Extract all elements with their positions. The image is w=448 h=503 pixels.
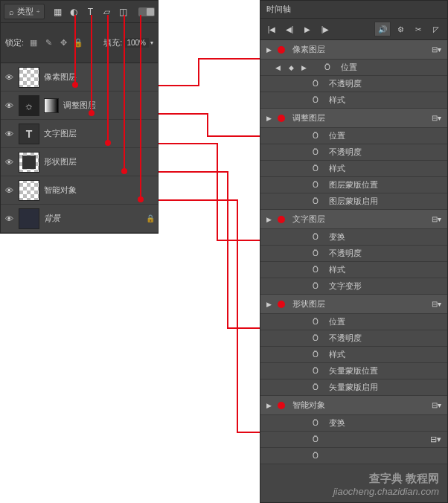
stopwatch-icon[interactable]: Ö <box>324 63 333 71</box>
timeline-prop[interactable]: Ö图层蒙版启用 <box>260 193 447 210</box>
timeline-prop[interactable]: Ö矢量蒙版启用 <box>260 379 447 396</box>
stopwatch-icon[interactable]: Ö <box>313 282 321 290</box>
collapse-icon[interactable]: ▶ <box>266 115 272 122</box>
first-frame-button[interactable]: |◀ <box>263 22 280 36</box>
timeline-prop[interactable]: Ö <box>260 448 447 464</box>
clip-menu-icon[interactable]: ⊟▾ <box>432 401 441 409</box>
visibility-icon[interactable]: 👁 <box>4 186 14 195</box>
timeline-prop[interactable]: Ö样式 <box>260 262 447 278</box>
marker-dot <box>278 46 285 54</box>
stopwatch-icon[interactable]: Ö <box>313 148 321 156</box>
marker-dot <box>278 216 285 223</box>
visibility-icon[interactable]: 👁 <box>4 101 14 110</box>
layer-name: 背景 <box>44 213 60 224</box>
settings-button[interactable]: ⚙ <box>392 22 409 36</box>
timeline-prop[interactable]: Ö变换 <box>260 229 447 246</box>
stopwatch-icon[interactable]: Ö <box>313 452 321 460</box>
stopwatch-icon[interactable]: Ö <box>313 318 321 326</box>
layer-row[interactable]: 👁 ☼ 调整图层 <box>1 92 158 120</box>
timeline-prop[interactable]: ◀ ◆ ▶Ö位置 <box>260 60 447 76</box>
connector-line <box>217 240 260 241</box>
stopwatch-icon[interactable]: Ö <box>313 197 321 205</box>
stopwatch-icon[interactable]: Ö <box>313 367 321 375</box>
collapse-icon[interactable]: ▶ <box>266 46 272 54</box>
stopwatch-icon[interactable]: Ö <box>313 96 321 104</box>
timeline-prop[interactable]: Ö样式 <box>260 161 447 177</box>
timeline-prop[interactable]: Ö位置 <box>260 314 447 330</box>
layer-row[interactable]: 👁 背景 🔒 <box>1 205 158 233</box>
marker-dot <box>278 115 285 122</box>
prev-frame-button[interactable]: ◀| <box>281 22 298 36</box>
prop-label: 矢量蒙版启用 <box>329 382 378 393</box>
stopwatch-icon[interactable]: Ö <box>313 334 321 342</box>
transition-button[interactable]: ◸ <box>428 22 444 36</box>
timeline-prop[interactable]: Ö不透明度 <box>260 76 447 92</box>
lock-transparency-icon[interactable]: ▦ <box>28 38 39 48</box>
timeline-prop[interactable]: Ö样式 <box>260 347 447 363</box>
lock-icon: 🔒 <box>146 214 155 222</box>
visibility-icon[interactable]: 👁 <box>4 73 14 82</box>
clip-menu-icon[interactable]: ⊟▾ <box>432 114 441 122</box>
type-filter-label: 类型 <box>17 6 33 17</box>
timeline-prop[interactable]: Ö不透明度 <box>260 144 447 161</box>
clip-menu-icon[interactable]: ⊟▾ <box>430 435 441 444</box>
stopwatch-icon[interactable]: Ö <box>313 233 321 241</box>
clip-menu-icon[interactable]: ⊟▾ <box>432 215 441 223</box>
stopwatch-icon[interactable]: Ö <box>313 350 321 359</box>
timeline-prop[interactable]: Ö文字变形 <box>260 278 447 295</box>
layer-row[interactable]: 👁 T 文字图层 <box>1 120 158 148</box>
timeline-prop[interactable]: Ö不透明度 <box>260 246 447 262</box>
pixel-filter-icon[interactable]: ▦ <box>52 7 63 17</box>
visibility-icon[interactable]: 👁 <box>4 214 14 223</box>
prop-label: 矢量蒙版位置 <box>329 365 378 377</box>
collapse-icon[interactable]: ▶ <box>266 402 272 409</box>
fill-control[interactable]: 填充: 100% ▾ <box>103 37 153 48</box>
timeline-prop[interactable]: Ö变换 <box>260 415 447 432</box>
timeline-group[interactable]: ▶ 调整图层 ⊟▾ <box>260 109 447 128</box>
layer-row[interactable]: 👁 像素图层 <box>1 63 158 92</box>
lock-move-icon[interactable]: ✥ <box>58 38 68 48</box>
connector-line <box>198 58 199 86</box>
clip-menu-icon[interactable]: ⊟▾ <box>432 45 441 54</box>
layer-row[interactable]: 👁 形状图层 <box>1 148 158 176</box>
stopwatch-icon[interactable]: Ö <box>313 132 321 140</box>
stopwatch-icon[interactable]: Ö <box>313 266 321 274</box>
stopwatch-icon[interactable]: Ö <box>313 419 321 427</box>
next-frame-button[interactable]: |▶ <box>317 22 333 36</box>
type-filter-dropdown[interactable]: ⌕ 类型 ÷ <box>4 4 45 19</box>
visibility-icon[interactable]: 👁 <box>4 158 14 167</box>
audio-button[interactable]: 🔊 <box>374 22 391 36</box>
clip-menu-icon[interactable]: ⊟▾ <box>432 300 441 308</box>
timeline-title: 时间轴 <box>260 1 447 19</box>
stopwatch-icon[interactable]: Ö <box>313 80 321 88</box>
timeline-group[interactable]: ▶ 文字图层 ⊟▾ <box>260 210 447 229</box>
connector-dot <box>72 82 78 88</box>
stopwatch-icon[interactable]: Ö <box>313 383 321 391</box>
layer-row[interactable]: 👁 智能对象 <box>1 176 158 205</box>
collapse-icon[interactable]: ▶ <box>266 301 272 308</box>
stopwatch-icon[interactable]: Ö <box>313 435 321 443</box>
layer-thumb <box>19 67 39 88</box>
prop-label: 图层蒙版位置 <box>329 179 378 190</box>
timeline-group[interactable]: ▶ 形状图层 ⊟▾ <box>260 295 447 314</box>
timeline-group[interactable]: ▶ 智能对象 ⊟▾ <box>260 396 447 415</box>
visibility-icon[interactable]: 👁 <box>4 129 14 138</box>
timeline-prop[interactable]: Ö位置 <box>260 128 447 144</box>
timeline-group[interactable]: ▶ 像素图层 ⊟▾ <box>260 40 447 60</box>
lock-bar: 锁定: ▦ ✎ ✥ 🔒 填充: 100% ▾ <box>1 23 158 63</box>
play-button[interactable]: ▶ <box>299 22 316 36</box>
connector-dot <box>121 168 127 174</box>
prop-label: 样式 <box>329 163 345 174</box>
timeline-prop[interactable]: Ö⊟▾ <box>260 432 447 448</box>
timeline-prop[interactable]: Ö不透明度 <box>260 330 447 347</box>
timeline-prop[interactable]: Ö矢量蒙版位置 <box>260 363 447 379</box>
timeline-prop[interactable]: Ö图层蒙版位置 <box>260 177 447 193</box>
stopwatch-icon[interactable]: Ö <box>313 249 321 257</box>
collapse-icon[interactable]: ▶ <box>266 216 272 223</box>
timeline-prop[interactable]: Ö样式 <box>260 92 447 109</box>
cut-button[interactable]: ✂ <box>410 22 426 36</box>
keyframe-arrows-icon[interactable]: ◀ ◆ ▶ <box>275 64 310 71</box>
stopwatch-icon[interactable]: Ö <box>313 181 321 189</box>
stopwatch-icon[interactable]: Ö <box>313 164 321 173</box>
lock-brush-icon[interactable]: ✎ <box>43 38 54 48</box>
